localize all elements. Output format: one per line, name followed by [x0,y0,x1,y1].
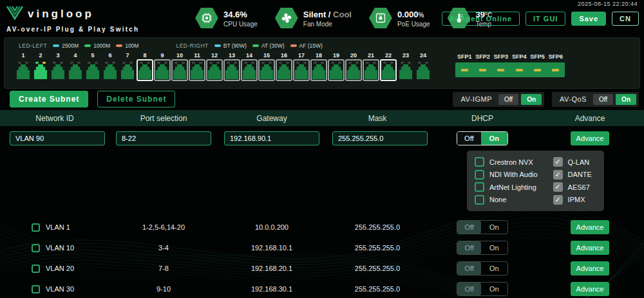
port-14[interactable]: 14 [241,52,258,81]
network-id-input[interactable] [10,131,105,145]
port-18[interactable]: 18 [310,52,327,81]
checked-checkbox[interactable]: ✓ [553,195,563,205]
av-qos-off-button[interactable]: Off [593,94,613,105]
unchecked-checkbox[interactable] [475,182,484,192]
create-subnet-button[interactable]: Create Subnet [10,91,88,107]
led-cyan-swatch [214,44,221,47]
protocol-label: AES67 [568,183,590,191]
port-17[interactable]: 17 [293,52,310,81]
av-igmp-off-button[interactable]: Off [498,94,518,105]
port-number: 3 [50,52,66,59]
av-qos-label: AV-QoS [560,95,587,103]
protocol-option-crestron-nvx[interactable]: Crestron NVX [475,157,538,167]
dhcp-on-button[interactable]: On [481,241,507,254]
dhcp-toggle: Off On [457,282,507,296]
dhcp-off-button[interactable]: Off [457,132,480,145]
gateway-input[interactable] [224,131,319,145]
av-qos-on-button[interactable]: On [616,94,636,105]
protocol-label: Crestron NVX [489,158,533,166]
port-selection-input[interactable] [116,131,211,145]
port-leds [52,62,64,64]
dhcp-on-button[interactable]: On [481,262,507,275]
rj45-port-icon [104,64,117,79]
dhcp-off-button[interactable]: Off [457,262,480,275]
port-6[interactable]: 6 [102,52,118,81]
fan-mode-value: Silent / [303,10,331,19]
vlan-port-selection: 7-8 [109,265,218,272]
advance-button[interactable]: Advance [571,282,610,296]
dhcp-off-button[interactable]: Off [457,241,480,254]
dhcp-toggle: Off On [457,220,507,234]
port-9[interactable]: 9 [154,52,171,81]
checked-checkbox[interactable]: ✓ [553,157,563,167]
it-gui-button[interactable]: IT GUI [526,12,565,26]
port-4[interactable]: 4 [67,52,84,81]
checked-checkbox[interactable]: ✓ [553,182,563,192]
port-13[interactable]: 13 [223,52,240,81]
port-20[interactable]: 20 [345,52,362,81]
port-10[interactable]: 10 [171,52,188,81]
dhcp-off-button[interactable]: Off [457,283,480,295]
av-igmp-toggle-group: AV-IGMP Off On [453,92,544,107]
advance-button[interactable]: Advance [571,131,610,145]
port-11[interactable]: 11 [189,52,205,81]
sfp-led [534,69,541,71]
port-16[interactable]: 16 [276,52,292,81]
ai-agent-status-button[interactable]: AI Agent Online [442,12,520,26]
column-header-port-selection: Port selection [109,114,218,123]
protocol-option-ndi-with-audio[interactable]: NDI With Audio [475,170,538,180]
dhcp-on-button[interactable]: On [481,221,507,234]
port-leds [330,62,343,64]
protocol-option-none[interactable]: None [475,195,538,205]
vlan-row-checkbox[interactable] [32,285,40,293]
port-12[interactable]: 12 [206,52,223,81]
protocol-option-ipmx[interactable]: ✓IPMX [553,195,592,205]
port-number: 21 [363,52,379,59]
delete-subnet-button[interactable]: Delete Subnet [97,91,175,107]
port-23[interactable]: 23 [397,52,414,81]
cpu-usage-value: 34.6% [223,10,247,19]
port-5[interactable]: 5 [84,52,101,81]
unchecked-checkbox[interactable] [475,195,484,205]
save-button[interactable]: Save [571,12,606,26]
unchecked-checkbox[interactable] [475,157,484,167]
sfp-block: SFP1SFP2SFP3SFP4SFP5SFP6 [455,53,565,77]
av-igmp-on-button[interactable]: On [521,94,542,105]
table-row: VLAN 30 9-10 192.168.30.1 255.255.255.0 … [0,279,644,298]
port-8[interactable]: 8 [137,52,153,81]
advance-button[interactable]: Advance [571,220,610,234]
port-24[interactable]: 24 [415,52,431,81]
protocol-option-aes67[interactable]: ✓AES67 [553,182,592,192]
vlan-row-checkbox[interactable] [32,244,40,252]
port-21[interactable]: 21 [363,52,379,81]
cpu-usage-label: CPU Usage [223,21,258,28]
table-row: VLAN 1 1-2,5-6,14-20 10.0.0.200 255.255.… [0,217,644,237]
port-1[interactable]: 1 [15,52,32,81]
mask-input[interactable] [332,131,428,145]
port-19[interactable]: 19 [328,52,345,81]
rj45-port-icon [69,64,82,79]
advance-button[interactable]: Advance [571,261,610,275]
unchecked-checkbox[interactable] [475,170,484,180]
language-cn-button[interactable]: CN [612,12,639,26]
port-7[interactable]: 7 [119,52,136,81]
dhcp-on-button[interactable]: On [481,283,507,295]
protocol-option-dante[interactable]: ✓DANTE [553,170,592,180]
led-orange-swatch [290,44,297,47]
advance-button[interactable]: Advance [571,241,610,255]
port-2[interactable]: 2 [32,52,49,81]
protocol-option-q-lan[interactable]: ✓Q-LAN [553,157,592,167]
advance-dropdown-unchecked: Crestron NVXNDI With AudioArtNet Lightin… [475,157,538,205]
vlan-row-checkbox[interactable] [32,223,40,232]
rj45-port-icon [312,64,325,79]
dhcp-off-button[interactable]: Off [457,221,480,234]
port-3[interactable]: 3 [50,52,66,81]
column-header-gateway: Gateway [218,114,326,123]
protocol-option-artnet-lighting[interactable]: ArtNet Lighting [475,182,538,192]
checked-checkbox[interactable]: ✓ [553,170,563,180]
vlan-gateway: 192.168.20.1 [218,265,326,272]
port-22[interactable]: 22 [380,52,397,81]
dhcp-on-button[interactable]: On [481,132,507,145]
vlan-row-checkbox[interactable] [32,265,40,273]
port-15[interactable]: 15 [258,52,275,81]
